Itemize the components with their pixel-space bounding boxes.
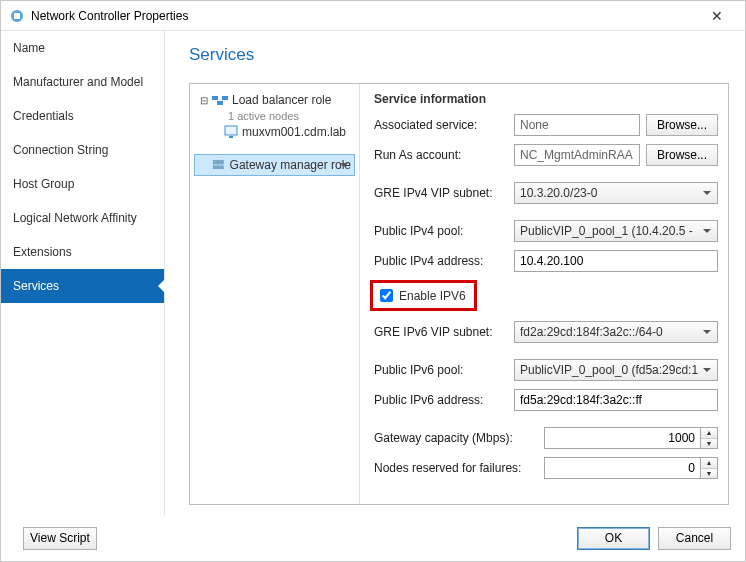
tree-toggle-icon[interactable]: ⊟ (198, 95, 210, 106)
nodes-reserved-label: Nodes reserved for failures: (374, 461, 544, 475)
close-button[interactable]: ✕ (697, 8, 737, 24)
sidebar-item-host-group[interactable]: Host Group (1, 167, 164, 201)
svg-rect-5 (225, 126, 237, 135)
runas-field (514, 144, 640, 166)
gre-ipv6-label: GRE IPv6 VIP subnet: (374, 325, 514, 339)
addr-ipv4-field[interactable] (514, 250, 718, 272)
sidebar-item-services[interactable]: Services (1, 269, 164, 303)
ok-button[interactable]: OK (577, 527, 650, 550)
spin-up-icon[interactable]: ▲ (701, 428, 717, 439)
app-icon (9, 8, 25, 24)
role-icon (212, 94, 228, 106)
pool-ipv4-select[interactable]: PublicVIP_0_pool_1 (10.4.20.5 - (514, 220, 718, 242)
assoc-service-field (514, 114, 640, 136)
form-header: Service information (374, 92, 718, 106)
nodes-reserved-field[interactable] (544, 457, 701, 479)
dialog-window: Network Controller Properties ✕ Name Man… (0, 0, 746, 562)
page-title: Services (189, 45, 729, 65)
tree-role-subtext: 1 active nodes (194, 110, 355, 122)
pool-ipv4-label: Public IPv4 pool: (374, 224, 514, 238)
content-pane: Services ⊟ Load balancer role 1 active n… (165, 31, 745, 515)
tree-role-label: Gateway manager role (230, 158, 351, 172)
svg-rect-6 (229, 136, 233, 138)
pool-ipv6-label: Public IPv6 pool: (374, 363, 514, 377)
addr-ipv4-label: Public IPv4 address: (374, 254, 514, 268)
sidebar-item-extensions[interactable]: Extensions (1, 235, 164, 269)
sidebar-item-name[interactable]: Name (1, 31, 164, 65)
assoc-browse-button[interactable]: Browse... (646, 114, 718, 136)
gre-ipv6-select[interactable]: fd2a:29cd:184f:3a2c::/64-0 (514, 321, 718, 343)
tree-node-muxvm[interactable]: muxvm001.cdm.lab (194, 122, 355, 142)
svg-rect-1 (14, 13, 20, 19)
assoc-service-label: Associated service: (374, 118, 514, 132)
addr-ipv6-field[interactable] (514, 389, 718, 411)
service-info-form: Service information Associated service: … (360, 84, 728, 504)
tree-node-label: muxvm001.cdm.lab (242, 125, 346, 139)
pool-ipv6-select[interactable]: PublicVIP_0_pool_0 (fd5a:29cd:1 (514, 359, 718, 381)
svg-rect-4 (217, 101, 223, 105)
roles-tree: ⊟ Load balancer role 1 active nodes muxv… (190, 84, 360, 504)
capacity-label: Gateway capacity (Mbps): (374, 431, 544, 445)
gateway-icon (211, 159, 226, 171)
nodes-spinner[interactable]: ▲▼ (701, 457, 718, 479)
spin-down-icon[interactable]: ▼ (701, 439, 717, 449)
gre-ipv4-label: GRE IPv4 VIP subnet: (374, 186, 514, 200)
spin-down-icon[interactable]: ▼ (701, 469, 717, 479)
tree-role-load-balancer[interactable]: ⊟ Load balancer role (194, 90, 355, 110)
tree-role-label: Load balancer role (232, 93, 331, 107)
enable-ipv6-highlight: Enable IPV6 (370, 280, 477, 311)
tree-role-gateway-manager[interactable]: Gateway manager role (194, 154, 355, 176)
sidebar-item-credentials[interactable]: Credentials (1, 99, 164, 133)
sidebar-item-connection-string[interactable]: Connection String (1, 133, 164, 167)
svg-rect-8 (213, 165, 224, 169)
addr-ipv6-label: Public IPv6 address: (374, 393, 514, 407)
capacity-field[interactable] (544, 427, 701, 449)
view-script-button[interactable]: View Script (23, 527, 97, 550)
sidebar-item-logical-network-affinity[interactable]: Logical Network Affinity (1, 201, 164, 235)
cancel-button[interactable]: Cancel (658, 527, 731, 550)
vm-icon (224, 125, 238, 139)
runas-label: Run As account: (374, 148, 514, 162)
dialog-footer: View Script OK Cancel (1, 515, 745, 561)
svg-rect-2 (212, 96, 218, 100)
spin-up-icon[interactable]: ▲ (701, 458, 717, 469)
enable-ipv6-checkbox[interactable] (380, 289, 393, 302)
window-title: Network Controller Properties (31, 9, 697, 23)
runas-browse-button[interactable]: Browse... (646, 144, 718, 166)
svg-rect-7 (213, 160, 224, 165)
services-panel: ⊟ Load balancer role 1 active nodes muxv… (189, 83, 729, 505)
sidebar-item-manufacturer[interactable]: Manufacturer and Model (1, 65, 164, 99)
capacity-spinner[interactable]: ▲▼ (701, 427, 718, 449)
titlebar: Network Controller Properties ✕ (1, 1, 745, 31)
sidebar: Name Manufacturer and Model Credentials … (1, 31, 165, 515)
gre-ipv4-select[interactable]: 10.3.20.0/23-0 (514, 182, 718, 204)
svg-rect-3 (222, 96, 228, 100)
enable-ipv6-label: Enable IPV6 (399, 289, 466, 303)
